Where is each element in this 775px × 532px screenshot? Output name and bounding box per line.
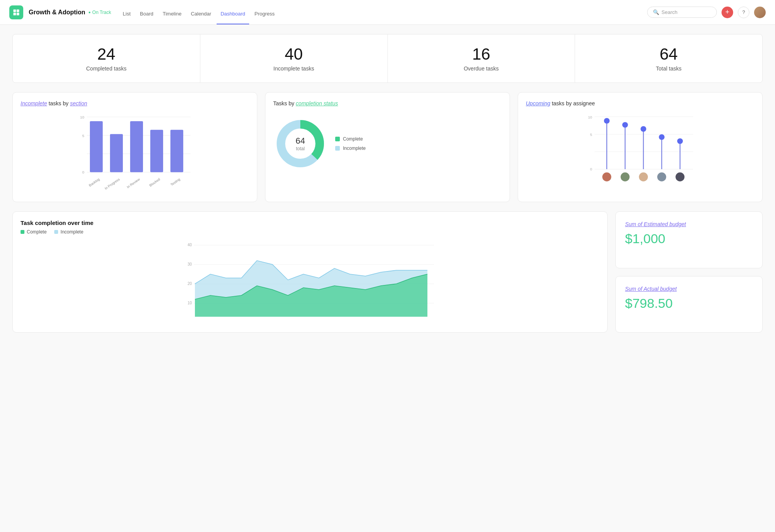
stat-total-label: Total tasks [583, 65, 754, 72]
line-chart-title: Task completion over time [21, 220, 599, 226]
svg-text:Backlog: Backlog [88, 177, 101, 187]
stat-incomplete: 40 Incomplete tasks [200, 34, 388, 82]
project-title: Growth & Adoption On Track [29, 9, 111, 16]
donut-title-highlight: completion status [296, 100, 338, 106]
donut-area: 64 total Complete Incomplete [273, 113, 502, 175]
svg-point-40 [602, 173, 611, 182]
bar-title-mid: tasks by [48, 100, 70, 106]
svg-point-43 [657, 173, 666, 182]
actual-budget-prefix: Sum of [625, 286, 644, 292]
donut-legend: Complete Incomplete [335, 136, 366, 151]
tab-calendar[interactable]: Calendar [187, 11, 215, 24]
bottom-row: Task completion over time Complete Incom… [12, 211, 763, 333]
svg-point-41 [621, 173, 630, 182]
stat-overdue: 16 Overdue tasks [388, 34, 575, 82]
bar-chart-title: Incomplete tasks by section [21, 100, 249, 106]
svg-text:20: 20 [188, 281, 192, 286]
main-content: 24 Completed tasks 40 Incomplete tasks 1… [0, 25, 775, 532]
svg-text:In Progress: In Progress [104, 177, 121, 190]
line-legend-complete-dot [21, 230, 24, 234]
tab-list[interactable]: List [119, 11, 134, 24]
line-legend: Complete Incomplete [21, 229, 599, 235]
line-legend-incomplete: Incomplete [54, 229, 83, 235]
line-legend-incomplete-dot [54, 230, 58, 234]
estimated-budget-highlight: Estimated budget [644, 221, 686, 227]
donut-total-label: total [296, 146, 305, 151]
line-chart-area: 40 30 20 10 [21, 239, 599, 324]
search-box[interactable]: 🔍 Search [647, 7, 717, 18]
stat-completed-label: Completed tasks [21, 65, 192, 72]
stat-total-number: 64 [583, 45, 754, 63]
actual-budget-highlight: Actual budget [644, 286, 677, 292]
svg-text:30: 30 [188, 262, 192, 266]
line-chart-svg: 40 30 20 10 [21, 239, 599, 324]
add-button[interactable]: + [722, 7, 733, 18]
donut-chart-wrap: 64 total [273, 117, 327, 171]
tab-board[interactable]: Board [136, 11, 157, 24]
svg-point-44 [675, 173, 684, 182]
lollipop-title-highlight: Upcoming [526, 100, 550, 106]
line-legend-complete: Complete [21, 229, 46, 235]
svg-text:0: 0 [590, 167, 592, 171]
stat-completed-number: 24 [21, 45, 192, 63]
svg-point-33 [622, 122, 628, 128]
lollipop-svg: 10 5 0 [526, 113, 754, 194]
svg-rect-2 [14, 12, 16, 15]
actual-budget-card: Sum of Actual budget $798.50 [615, 276, 763, 333]
stat-overdue-number: 16 [396, 45, 567, 63]
stat-incomplete-number: 40 [208, 45, 380, 63]
svg-rect-3 [17, 12, 19, 15]
svg-text:In Review: In Review [126, 177, 141, 189]
svg-rect-0 [14, 9, 16, 12]
estimated-budget-amount: $1,000 [625, 231, 753, 246]
line-legend-complete-label: Complete [27, 229, 46, 235]
svg-rect-14 [150, 130, 163, 172]
donut-title-prefix: Tasks by [273, 100, 296, 106]
status-badge: On Track [88, 10, 111, 15]
svg-text:10: 10 [188, 301, 192, 305]
stat-incomplete-label: Incomplete tasks [208, 65, 380, 72]
help-button[interactable]: ? [738, 7, 749, 18]
line-chart-card: Task completion over time Complete Incom… [12, 211, 608, 333]
header: Growth & Adoption On Track List Board Ti… [0, 0, 775, 25]
stats-row: 24 Completed tasks 40 Incomplete tasks 1… [12, 34, 763, 83]
legend-incomplete: Incomplete [335, 146, 366, 151]
svg-rect-1 [17, 9, 19, 12]
line-chart-header: Task completion over time Complete Incom… [21, 220, 599, 235]
svg-text:5: 5 [82, 134, 84, 138]
svg-text:5: 5 [590, 132, 592, 137]
actual-budget-amount: $798.50 [625, 296, 753, 311]
legend-incomplete-dot [335, 146, 340, 151]
donut-chart-card: Tasks by completion status 64 total [265, 92, 510, 202]
logo[interactable] [9, 5, 23, 19]
charts-row: Incomplete tasks by section 10 5 0 [12, 92, 763, 202]
svg-rect-11 [90, 121, 103, 172]
stat-completed: 24 Completed tasks [13, 34, 200, 82]
lollipop-title-mid: tasks by assignee [552, 100, 595, 106]
svg-text:Blocked: Blocked [148, 177, 161, 187]
svg-point-31 [604, 118, 610, 124]
actual-budget-label: Sum of Actual budget [625, 286, 753, 292]
legend-incomplete-label: Incomplete [343, 146, 366, 151]
search-label: Search [661, 9, 677, 15]
legend-complete-label: Complete [343, 136, 363, 142]
lollipop-chart-area: 10 5 0 [526, 113, 754, 194]
tab-dashboard[interactable]: Dashboard [217, 11, 249, 24]
avatar[interactable] [754, 7, 766, 18]
header-right: 🔍 Search + ? [647, 7, 766, 18]
stat-overdue-label: Overdue tasks [396, 65, 567, 72]
donut-chart-title: Tasks by completion status [273, 100, 502, 106]
svg-text:Testing: Testing [170, 177, 181, 187]
svg-point-35 [641, 126, 646, 132]
bar-chart-card: Incomplete tasks by section 10 5 0 [12, 92, 257, 202]
nav-tabs: List Board Timeline Calendar Dashboard P… [119, 0, 279, 24]
tab-timeline[interactable]: Timeline [159, 11, 186, 24]
budget-column: Sum of Estimated budget $1,000 Sum of Ac… [615, 211, 763, 333]
bar-title-highlight1: Incomplete [21, 100, 47, 106]
estimated-budget-card: Sum of Estimated budget $1,000 [615, 211, 763, 268]
svg-text:10: 10 [80, 115, 85, 120]
donut-total: 64 [296, 136, 305, 146]
tab-progress[interactable]: Progress [251, 11, 279, 24]
donut-center: 64 total [296, 136, 305, 151]
project-info: Growth & Adoption On Track [29, 9, 111, 16]
